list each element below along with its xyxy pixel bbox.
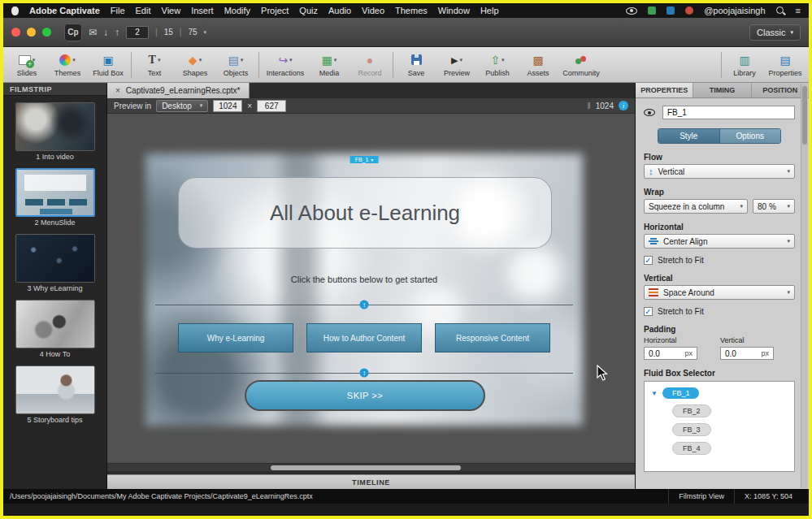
menu-edit[interactable]: Edit	[136, 6, 151, 15]
tool-preview[interactable]: ▶▾ Preview	[436, 53, 477, 77]
panel-resize-handle-icon[interactable]: ‖	[588, 102, 591, 110]
tool-shapes[interactable]: ◆▾ Shapes	[175, 53, 215, 77]
slide-5-preview[interactable]	[15, 365, 95, 414]
menu-list-icon[interactable]: ≡	[796, 6, 801, 15]
menu-themes[interactable]: Themes	[395, 6, 428, 15]
visibility-eye-icon[interactable]	[644, 109, 655, 116]
menu-file[interactable]: File	[111, 6, 125, 15]
tab-timing[interactable]: TIMING	[693, 83, 751, 97]
slide-2-preview[interactable]	[15, 168, 95, 217]
current-slide-input[interactable]	[126, 26, 149, 39]
fluid-box-item-fb3[interactable]: FB_3	[672, 423, 711, 436]
tool-library[interactable]: ▥ Library	[724, 53, 765, 77]
skip-button[interactable]: SKIP >>	[245, 380, 485, 411]
close-window-button[interactable]	[11, 28, 20, 37]
slide-thumbnail-3[interactable]: 3 Why eLearning	[15, 234, 95, 292]
menu-window[interactable]: Window	[438, 6, 470, 15]
fluid-box-handle-icon[interactable]: ↕	[360, 301, 369, 309]
wrap-percent-select[interactable]: 80 % ▾	[753, 199, 795, 214]
tool-community[interactable]: Community	[558, 53, 604, 77]
horizontal-scrollbar[interactable]	[107, 463, 635, 471]
blue-status-icon[interactable]	[667, 6, 675, 15]
properties-scrollbar-thumb[interactable]	[802, 86, 807, 145]
tool-media[interactable]: ▦▾ Media	[309, 53, 350, 77]
menu-video[interactable]: Video	[362, 6, 384, 15]
previous-slide-icon[interactable]: ↓	[103, 27, 108, 38]
mail-icon[interactable]: ✉	[89, 27, 97, 38]
red-status-icon[interactable]	[685, 6, 693, 15]
apple-menu-icon[interactable]	[11, 6, 19, 15]
padding-horizontal-field[interactable]: px	[644, 347, 697, 360]
menu-modify[interactable]: Modify	[224, 6, 250, 15]
app-name[interactable]: Adobe Captivate	[29, 6, 100, 15]
horizontal-align-select[interactable]: Center Align ▾	[644, 234, 795, 249]
tool-record[interactable]: ● Record	[350, 53, 390, 77]
timeline-header[interactable]: TIMELINE	[107, 474, 635, 489]
slide-subtitle[interactable]: Click the buttons below to get started	[155, 275, 573, 284]
menu-quiz[interactable]: Quiz	[299, 6, 318, 15]
fluid-box-item-fb2[interactable]: FB_2	[672, 404, 711, 417]
stage-height-input[interactable]	[257, 100, 286, 112]
menu-view[interactable]: View	[162, 6, 181, 15]
tool-slides[interactable]: ▾ Slides	[7, 53, 47, 77]
tab-options[interactable]: Options	[719, 129, 781, 143]
title-shape[interactable]: All About e-Learning	[178, 177, 552, 249]
responsive-content-button[interactable]: Responsive Content	[435, 323, 550, 352]
tool-objects[interactable]: ▤▾ Objects	[215, 53, 256, 77]
fluid-box-tag[interactable]: FB_1 ▾	[350, 156, 379, 163]
zoom-window-button[interactable]	[42, 28, 51, 37]
zoom-level[interactable]: 75	[188, 28, 197, 37]
green-status-icon[interactable]	[648, 6, 656, 15]
slide-thumbnail-4[interactable]: 4 How To	[15, 300, 95, 358]
username[interactable]: @poojajaisingh	[704, 6, 765, 15]
menu-insert[interactable]: Insert	[191, 6, 214, 15]
properties-scrollbar[interactable]	[801, 84, 808, 488]
menu-help[interactable]: Help	[480, 6, 499, 15]
tool-interactions[interactable]: ↪▾ Interactions	[262, 53, 309, 77]
tab-properties[interactable]: PROPERTIES	[636, 83, 693, 97]
padding-vertical-input[interactable]	[725, 349, 748, 358]
menu-audio[interactable]: Audio	[328, 6, 351, 15]
vertical-align-select[interactable]: Space Around ▾	[644, 285, 795, 300]
menu-project[interactable]: Project	[261, 6, 289, 15]
fluid-box-handle-icon[interactable]: ↕	[360, 369, 369, 378]
tool-text[interactable]: T▾ Text	[134, 53, 175, 77]
why-elearning-button[interactable]: Why e-Learning	[178, 323, 293, 352]
stage-width-input[interactable]	[213, 100, 242, 112]
slide-1-preview[interactable]	[15, 102, 95, 151]
tree-expand-icon[interactable]: ▼	[651, 390, 658, 397]
horizontal-scrollbar-thumb[interactable]	[271, 465, 461, 470]
tool-themes[interactable]: ▾ Themes	[47, 53, 88, 77]
document-tab[interactable]: × Captivate9_eLearningRes.cptx*	[107, 83, 250, 98]
item-name-input[interactable]	[662, 106, 795, 119]
slide-3-preview[interactable]	[15, 234, 95, 283]
stretch-to-fit-checkbox-2[interactable]: ✓	[644, 307, 653, 316]
view-mode-select[interactable]: Filmstrip View	[668, 489, 734, 504]
tab-style[interactable]: Style	[658, 129, 719, 143]
tool-properties[interactable]: ▤ Properties	[765, 53, 805, 77]
wrap-select[interactable]: Squeeze in a column ▾	[644, 199, 748, 214]
stretch-to-fit-checkbox[interactable]: ✓	[644, 256, 653, 265]
padding-horizontal-input[interactable]	[649, 349, 671, 358]
slide-thumbnail-1[interactable]: 1 Into video	[15, 102, 95, 161]
tool-fluid-box[interactable]: ▣ Fluid Box	[88, 53, 128, 77]
search-icon[interactable]	[776, 6, 785, 15]
slide-thumbnail-5[interactable]: 5 Storyboard tips	[15, 365, 95, 424]
device-select[interactable]: Desktop ▾	[156, 100, 208, 112]
minimize-window-button[interactable]	[27, 28, 36, 37]
zoom-chevron-icon[interactable]: ▾	[204, 29, 207, 36]
slide-thumbnail-2-selected[interactable]: 2 MenuSlide	[15, 168, 95, 227]
close-tab-icon[interactable]: ×	[115, 86, 120, 95]
info-icon[interactable]: i	[619, 101, 628, 110]
tool-assets[interactable]: ▩ Assets	[518, 53, 558, 77]
padding-vertical-field[interactable]: px	[720, 347, 774, 360]
next-slide-icon[interactable]: ↑	[115, 27, 119, 38]
how-to-author-button[interactable]: How to Author Content	[306, 323, 422, 352]
workspace-select[interactable]: Classic ▾	[749, 24, 801, 41]
tool-save[interactable]: Save	[396, 53, 436, 77]
slide-canvas[interactable]: FB_1 ▾ All About e-Learning Click the bu…	[154, 162, 574, 417]
eye-icon[interactable]	[626, 7, 637, 15]
tool-publish[interactable]: ⇧▾ Publish	[477, 53, 518, 77]
fluid-box-item-fb1[interactable]: FB_1	[662, 387, 700, 399]
stage[interactable]: FB_1 ▾ All About e-Learning Click the bu…	[107, 114, 635, 463]
